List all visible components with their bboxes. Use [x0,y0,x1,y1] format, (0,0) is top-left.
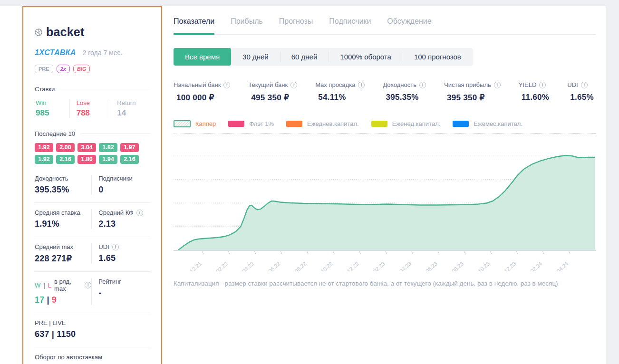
badge-2x: 2x [57,65,70,73]
stat-cell: UDIi1.65 [91,243,151,264]
odds-chip: 3.04 [77,143,96,152]
period-filter-bar: Все время30 дней60 дней1000% оборота100 … [174,48,473,66]
legend-item[interactable]: Еженед.капитал. [371,120,441,127]
volleyball-icon [35,29,42,36]
summary-stat-label: Начальный банкi [174,81,230,88]
stat-value: 2.13 [98,219,151,229]
info-icon[interactable]: i [85,282,91,288]
stat-value: 17 | 9 [35,295,91,305]
summary-stat-label: Текущий банкi [248,81,297,88]
summary-stat-label-text: YIELD [519,81,537,88]
summary-stat: UDIi1.65% [567,81,594,103]
equity-chart[interactable]: 12.2102.2204.2206.2208.2210.2212.2202.23… [174,134,596,271]
odds-chip: 1.92 [35,143,53,152]
section-bets-title: Ставки [35,86,55,93]
stat-value: 395.35% [35,185,91,195]
x-tick-label: 06.22 [267,261,281,271]
bets-value: 788 [77,108,110,118]
badge-big: BIG [73,65,90,73]
filter-5[interactable]: 100 прогнозов [403,48,473,66]
bets-value: 985 [36,108,69,118]
legend-label: Каппер [195,120,216,127]
chart-legend: КапперФлэт 1%Ежеднев.капитал.Еженед.капи… [174,120,596,134]
stat-label: Подписчики [98,175,151,182]
filter-2[interactable]: 30 дней [231,48,280,66]
stat-cell: Доходность395.35% [35,175,91,195]
stat-cell: Оборот по автоставкам1 238 000₽ [35,354,151,364]
section-last10-header: Последние 10 [35,130,151,137]
tab-3[interactable]: Прогнозы [279,17,313,34]
info-icon[interactable]: i [290,82,297,88]
stat-label: W|L в ряд, maxi [35,278,91,292]
legend-item[interactable]: Ежеднев.капитал. [286,120,359,127]
x-tick [359,251,361,254]
wl-w: W [35,282,40,289]
info-icon[interactable]: i [136,210,143,216]
info-icon[interactable]: i [358,82,365,88]
legend-item[interactable]: Каппер [174,120,216,127]
tab-1[interactable]: Показатели [174,17,214,35]
section-divider-line [81,134,151,134]
info-icon[interactable]: i [539,82,546,88]
tab-2[interactable]: Прибыль [231,17,263,34]
stat-label: UDIi [98,243,151,250]
stat-value: - [98,288,151,298]
info-icon[interactable]: i [419,82,426,88]
stat-label-text: UDI [98,243,109,250]
badge-pre: PRE [35,65,53,73]
x-tick-label: 12.23 [503,261,517,271]
x-tick [516,251,518,254]
summary-stat-value: 495 350 ₽ [248,93,297,103]
legend-item[interactable]: Флэт 1% [228,120,274,127]
info-icon[interactable]: i [223,82,230,88]
odds-chip: 2.16 [56,155,75,164]
stat-label: Средний max [35,243,91,250]
x-tick-label: 08.23 [451,261,464,271]
legend-swatch [371,121,387,127]
chart-container: 12.2102.2204.2206.2208.2210.2212.2202.23… [174,134,596,273]
summary-stat-label: YIELDi [519,81,550,88]
stat-label-text: Средняя ставка [35,209,80,216]
bets-label: Return [117,99,151,106]
profile-header: backet [35,25,151,39]
info-icon[interactable]: i [494,82,501,88]
profile-age: 2 года 7 мес. [83,49,123,57]
info-icon[interactable]: i [112,244,119,250]
x-tick-label: 04.23 [398,261,412,271]
wl-rest: в ряд, max [54,278,82,292]
filter-4[interactable]: 1000% оборота [329,48,403,66]
stat-value: 637 | 1150 [35,329,151,339]
legend-item[interactable]: Ежемес.капитал. [453,120,522,127]
bookmaker-logo[interactable]: 1XСТАВКА [35,48,76,57]
filter-1[interactable]: Все время [174,48,231,66]
bets-label: Lose [77,99,110,106]
summary-stat-label-text: UDI [567,81,578,88]
stat-row: Средняя ставка1.91%Средний КФi2.13 [35,202,151,236]
x-tick [438,251,439,254]
summary-stat: Чистая прибыльi395 350 ₽ [444,81,501,103]
summary-stat-label: Доходностьi [383,81,426,88]
x-tick-label: 08.22 [293,261,307,271]
x-tick-label: 02.22 [215,261,229,271]
info-icon[interactable]: i [581,82,588,88]
tab-4[interactable]: Подписчики [329,17,371,34]
stat-row: Средний max228 271₽UDIi1.65 [35,237,151,270]
wl-sep: | [43,282,45,289]
stat-label: Средний КФi [98,209,151,216]
sidebar-stats: Доходность395.35%Подписчики0Средняя став… [35,169,151,364]
filter-3[interactable]: 60 дней [280,48,329,66]
x-tick [307,251,308,254]
summary-stats-row: Начальный банкi100 000 ₽Текущий банкi495… [174,81,596,103]
legend-swatch [228,121,244,127]
stat-label-text: Средний КФ [98,209,133,216]
odds-chip: 1.94 [99,155,117,164]
x-tick [542,251,544,254]
stat-cell: PRE | LIVE637 | 1150 [35,319,151,339]
stat-value: 1.91% [35,219,91,229]
tipster-sidebar: backet 1XСТАВКА 2 года 7 мес. PRE2xBIG С… [22,6,162,364]
wl-value-w: 17 [35,295,44,305]
bets-return: Return14 [110,99,151,118]
tab-5[interactable]: Обсуждение [387,17,431,34]
tab-bar: ПоказателиПрибыльПрогнозыПодписчикиОбсуж… [174,17,596,35]
x-tick [333,251,334,254]
